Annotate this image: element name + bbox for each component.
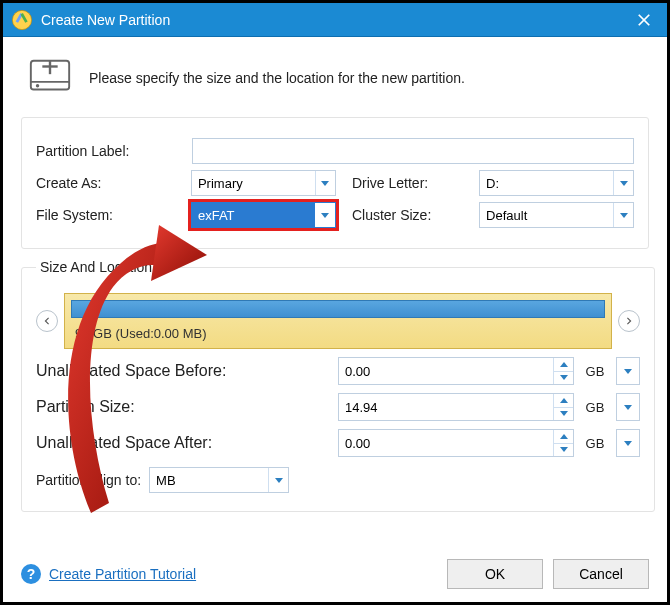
create-as-value: Primary — [198, 176, 315, 191]
partition-visual[interactable]: 94 GB (Used:0.00 MB) — [64, 293, 612, 349]
intro-section: Please specify the size and the location… — [3, 37, 667, 111]
label-partition-size: Partition Size: — [36, 398, 332, 416]
size-location-legend: Size And Location — [36, 259, 156, 275]
unit-select[interactable] — [616, 393, 640, 421]
row-align: Partition Align to: MB — [36, 467, 640, 493]
spin-down-button[interactable] — [554, 372, 573, 385]
space-before-spinner[interactable] — [338, 357, 574, 385]
spin-up-button[interactable] — [554, 358, 573, 372]
unit-select[interactable] — [616, 429, 640, 457]
align-select[interactable]: MB — [149, 467, 289, 493]
cluster-size-select[interactable]: Default — [479, 202, 634, 228]
label-partition-label: Partition Label: — [36, 143, 184, 159]
spin-up-button[interactable] — [554, 430, 573, 444]
label-space-before: Unallocated Space Before: — [36, 362, 332, 380]
partition-size-spinner[interactable] — [338, 393, 574, 421]
partition-prev-button[interactable] — [36, 310, 58, 332]
new-partition-icon — [27, 55, 73, 101]
row-partition-label: Partition Label: — [36, 138, 634, 164]
partition-stripe — [71, 300, 605, 318]
row-space-before: Unallocated Space Before: GB — [36, 357, 640, 385]
spin-down-button[interactable] — [554, 444, 573, 457]
app-icon — [11, 9, 33, 31]
form-panel: Partition Label: Create As: Primary Driv… — [21, 117, 649, 249]
svg-point-9 — [36, 84, 39, 87]
chevron-down-icon — [613, 203, 633, 227]
size-location-group: Size And Location 94 GB (Used:0.00 MB) U… — [21, 259, 655, 512]
partition-caption: 94 GB (Used:0.00 MB) — [71, 326, 605, 341]
unit-label: GB — [580, 364, 610, 379]
titlebar: Create New Partition — [3, 3, 667, 37]
row-create-as: Create As: Primary Drive Letter: D: — [36, 170, 634, 196]
svg-point-0 — [12, 10, 31, 29]
partition-label-input[interactable] — [192, 138, 634, 164]
close-button[interactable] — [629, 7, 659, 33]
row-space-after: Unallocated Space After: GB — [36, 429, 640, 457]
label-create-as: Create As: — [36, 175, 183, 191]
row-partition-size: Partition Size: GB — [36, 393, 640, 421]
partition-bar-row: 94 GB (Used:0.00 MB) — [36, 293, 640, 349]
drive-letter-select[interactable]: D: — [479, 170, 634, 196]
label-align: Partition Align to: — [36, 472, 141, 488]
chevron-down-icon — [613, 171, 633, 195]
ok-button[interactable]: OK — [447, 559, 543, 589]
cancel-button[interactable]: Cancel — [553, 559, 649, 589]
label-cluster-size: Cluster Size: — [352, 207, 471, 223]
label-drive-letter: Drive Letter: — [352, 175, 471, 191]
align-value: MB — [156, 473, 268, 488]
space-after-spinner[interactable] — [338, 429, 574, 457]
chevron-down-icon — [268, 468, 288, 492]
partition-next-button[interactable] — [618, 310, 640, 332]
chevron-down-icon — [315, 171, 335, 195]
partition-size-input[interactable] — [339, 394, 553, 420]
footer: ? Create Partition Tutorial OK Cancel — [3, 552, 667, 596]
spin-down-button[interactable] — [554, 408, 573, 421]
tutorial-link[interactable]: Create Partition Tutorial — [49, 566, 196, 582]
label-space-after: Unallocated Space After: — [36, 434, 332, 452]
file-system-select[interactable]: exFAT — [191, 202, 336, 228]
label-file-system: File System: — [36, 207, 183, 223]
unit-label: GB — [580, 400, 610, 415]
window-title: Create New Partition — [41, 12, 629, 28]
drive-letter-value: D: — [486, 176, 613, 191]
chevron-down-icon — [315, 203, 335, 227]
unit-label: GB — [580, 436, 610, 451]
cluster-size-value: Default — [486, 208, 613, 223]
unit-select[interactable] — [616, 357, 640, 385]
space-before-input[interactable] — [339, 358, 553, 384]
intro-text: Please specify the size and the location… — [89, 70, 465, 86]
help-icon[interactable]: ? — [21, 564, 41, 584]
space-after-input[interactable] — [339, 430, 553, 456]
spin-up-button[interactable] — [554, 394, 573, 408]
row-file-system: File System: exFAT Cluster Size: Default — [36, 202, 634, 228]
file-system-value: exFAT — [198, 208, 315, 223]
create-as-select[interactable]: Primary — [191, 170, 336, 196]
